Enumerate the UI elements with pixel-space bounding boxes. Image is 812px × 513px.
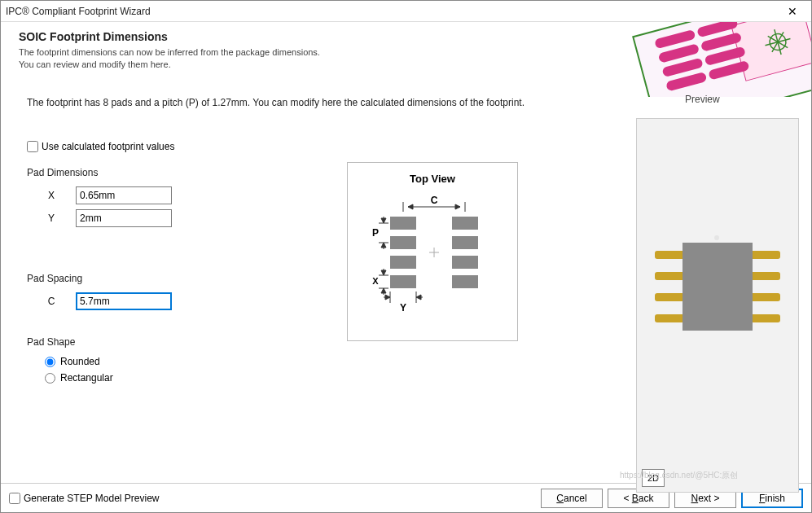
c-input[interactable]	[76, 292, 172, 310]
diagram-box: Top View C	[347, 162, 518, 341]
desc-line2: You can review and modify them here.	[19, 59, 171, 69]
form-panel: Use calculated footprint values Pad Dime…	[27, 141, 336, 388]
pad-spacing-title: Pad Spacing	[27, 273, 336, 284]
rectangular-row[interactable]: Rectangular	[27, 372, 336, 384]
pad-shape-title: Pad Shape	[27, 336, 336, 348]
c-label: C	[27, 296, 76, 307]
svg-rect-55	[749, 314, 780, 322]
p-dim-label: P	[372, 227, 379, 239]
svg-rect-54	[749, 293, 780, 301]
use-calculated-row[interactable]: Use calculated footprint values	[27, 141, 336, 152]
header-graphic	[616, 22, 811, 97]
header: SOIC Footprint Dimensions The footprint …	[1, 22, 811, 97]
x-row: X	[27, 186, 336, 204]
use-calculated-checkbox[interactable]	[27, 141, 38, 152]
svg-rect-48	[655, 251, 686, 259]
preview-label: Preview	[685, 94, 720, 105]
svg-point-57	[714, 235, 719, 240]
generate-step-label: Generate STEP Model Preview	[24, 493, 160, 504]
svg-rect-23	[390, 275, 416, 288]
close-icon[interactable]: ✕	[779, 5, 806, 18]
top-view-diagram: Top View C	[348, 163, 517, 340]
rounded-row[interactable]: Rounded	[27, 356, 336, 367]
y-dim-label: Y	[400, 302, 406, 314]
pad-dimensions-title: Pad Dimensions	[27, 167, 336, 178]
svg-marker-39	[381, 270, 386, 275]
svg-rect-56	[683, 243, 753, 331]
diagram-title: Top View	[410, 173, 456, 185]
svg-rect-53	[749, 272, 780, 280]
generate-step-row[interactable]: Generate STEP Model Preview	[9, 493, 160, 504]
svg-rect-49	[655, 272, 686, 280]
svg-rect-22	[390, 256, 416, 269]
y-row: Y	[27, 209, 336, 227]
svg-marker-47	[416, 295, 421, 300]
preview-3d-render	[637, 119, 798, 492]
svg-marker-35	[381, 243, 386, 248]
svg-rect-26	[452, 256, 478, 269]
svg-marker-41	[381, 288, 386, 293]
svg-marker-18	[408, 204, 413, 209]
x-dim-label: X	[372, 276, 379, 286]
cancel-button[interactable]: Cancel	[541, 489, 603, 508]
wizard-window: IPC® Compliant Footprint Wizard ✕ SOIC F…	[0, 0, 812, 513]
svg-rect-20	[390, 217, 416, 230]
c-row: C	[27, 292, 336, 310]
desc-line1: The footprint dimensions can now be infe…	[19, 47, 320, 57]
titlebar: IPC® Compliant Footprint Wizard ✕	[1, 1, 811, 22]
page-title: SOIC Footprint Dimensions	[19, 30, 320, 43]
x-label: X	[27, 190, 76, 201]
svg-marker-19	[455, 204, 460, 209]
x-input[interactable]	[76, 186, 172, 204]
rectangular-radio[interactable]	[45, 373, 55, 384]
generate-step-checkbox[interactable]	[9, 493, 20, 504]
content-area: The footprint has 8 pads and a pitch (P)…	[1, 97, 811, 483]
use-calculated-label: Use calculated footprint values	[42, 141, 174, 152]
preview-pane[interactable]: 2D	[636, 118, 799, 493]
info-text: The footprint has 8 pads and a pitch (P)…	[27, 97, 525, 108]
pcb-thumbnail-icon	[616, 22, 811, 97]
y-label: Y	[27, 213, 76, 224]
svg-marker-33	[381, 218, 386, 223]
svg-rect-50	[655, 293, 686, 301]
c-dim-label: C	[431, 195, 438, 206]
rounded-radio[interactable]	[45, 357, 55, 367]
svg-rect-25	[452, 236, 478, 249]
rectangular-label: Rectangular	[60, 372, 113, 384]
page-description: The footprint dimensions can now be infe…	[19, 46, 320, 72]
y-input[interactable]	[76, 209, 172, 227]
svg-rect-52	[749, 251, 780, 259]
svg-rect-21	[390, 236, 416, 249]
svg-rect-27	[452, 275, 478, 288]
svg-rect-24	[452, 217, 478, 230]
window-title: IPC® Compliant Footprint Wizard	[6, 6, 779, 17]
preview-2d-button[interactable]: 2D	[642, 469, 665, 487]
svg-marker-45	[385, 295, 390, 300]
rounded-label: Rounded	[60, 356, 100, 367]
svg-rect-51	[655, 314, 686, 322]
